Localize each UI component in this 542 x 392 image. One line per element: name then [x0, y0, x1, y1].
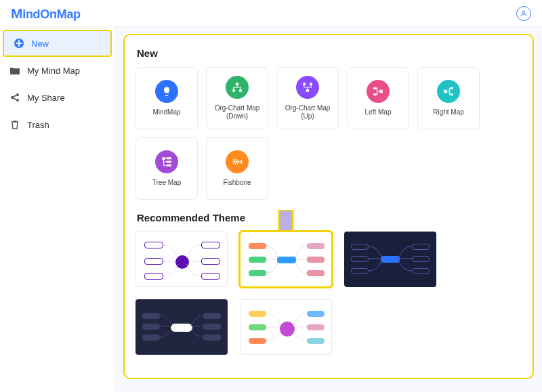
hierarchy-up-icon — [296, 76, 319, 99]
svg-rect-13 — [373, 93, 377, 95]
svg-point-4 — [16, 99, 19, 102]
main-area: New MindMap Org-Chart Map (Down) — [115, 27, 542, 392]
theme-card-light-color[interactable] — [240, 299, 332, 355]
sidebar-item-new[interactable]: New — [3, 30, 112, 57]
svg-rect-7 — [239, 89, 242, 92]
svg-rect-12 — [373, 87, 377, 89]
section-title-recommended: Recommended Theme — [137, 212, 522, 223]
svg-point-3 — [16, 93, 19, 96]
folder-icon — [9, 65, 20, 76]
template-label: Fishbone — [220, 179, 253, 187]
template-card-fishbone[interactable]: Fishbone — [206, 137, 268, 200]
content-panel: New MindMap Org-Chart Map (Down) — [123, 34, 534, 379]
right-map-icon — [437, 80, 460, 103]
svg-rect-19 — [167, 161, 171, 163]
hierarchy-down-icon — [226, 76, 249, 99]
template-label: Right Map — [430, 108, 467, 116]
plus-circle-icon — [14, 38, 24, 49]
template-card-orgchart-up[interactable]: Org-Chart Map (Up) — [276, 67, 339, 129]
sidebar-item-my-share[interactable]: My Share — [0, 84, 114, 111]
template-card-mindmap[interactable]: MindMap — [136, 67, 198, 129]
sidebar-item-trash[interactable]: Trash — [0, 111, 114, 138]
svg-rect-16 — [450, 93, 453, 95]
profile-avatar[interactable] — [516, 6, 531, 21]
user-icon — [520, 9, 528, 18]
sidebar-label-my-mind-map: My Mind Map — [27, 66, 80, 76]
template-card-left-map[interactable]: Left Map — [347, 67, 409, 129]
fishbone-icon — [226, 150, 249, 173]
theme-card-light-multi[interactable] — [240, 232, 332, 287]
section-title-new: New — [137, 47, 522, 59]
theme-card-dark-blue[interactable] — [344, 232, 436, 287]
left-map-icon — [367, 80, 390, 103]
template-card-orgchart-down[interactable]: Org-Chart Map (Down) — [206, 67, 268, 129]
app-logo: MMindOnMapindOnMap — [11, 5, 81, 22]
svg-rect-18 — [167, 157, 171, 159]
svg-rect-5 — [236, 83, 239, 85]
sidebar-label-my-share: My Share — [27, 93, 65, 103]
template-label: MindMap — [150, 108, 183, 116]
theme-grid — [136, 232, 522, 355]
sidebar: New My Mind Map My Share Trash — [0, 27, 115, 392]
svg-rect-15 — [450, 87, 453, 89]
template-label: Org-Chart Map (Down) — [207, 104, 268, 121]
sidebar-label-new: New — [31, 39, 49, 49]
template-grid: MindMap Org-Chart Map (Down) Org-Chart M… — [136, 67, 522, 200]
svg-rect-6 — [232, 89, 235, 92]
sidebar-label-trash: Trash — [27, 120, 49, 130]
svg-rect-14 — [444, 90, 447, 93]
svg-point-0 — [522, 11, 525, 14]
template-card-tree-map[interactable]: Tree Map — [136, 137, 198, 200]
share-icon — [9, 92, 20, 103]
sidebar-item-my-mind-map[interactable]: My Mind Map — [0, 57, 114, 84]
template-label: Org-Chart Map (Up) — [277, 104, 338, 121]
template-card-right-map[interactable]: Right Map — [417, 67, 480, 129]
svg-rect-8 — [306, 89, 310, 92]
svg-rect-10 — [310, 83, 312, 85]
template-label: Tree Map — [150, 179, 184, 187]
tree-map-icon — [155, 150, 178, 173]
template-label: Left Map — [362, 108, 394, 116]
trash-icon — [9, 119, 20, 130]
svg-rect-20 — [167, 165, 171, 167]
app-header: MMindOnMapindOnMap — [0, 0, 542, 27]
svg-rect-9 — [303, 83, 306, 85]
theme-card-dark-white[interactable] — [136, 299, 228, 355]
lightbulb-icon — [155, 80, 178, 103]
theme-card-light-purple[interactable] — [136, 232, 228, 287]
svg-rect-11 — [379, 90, 383, 93]
